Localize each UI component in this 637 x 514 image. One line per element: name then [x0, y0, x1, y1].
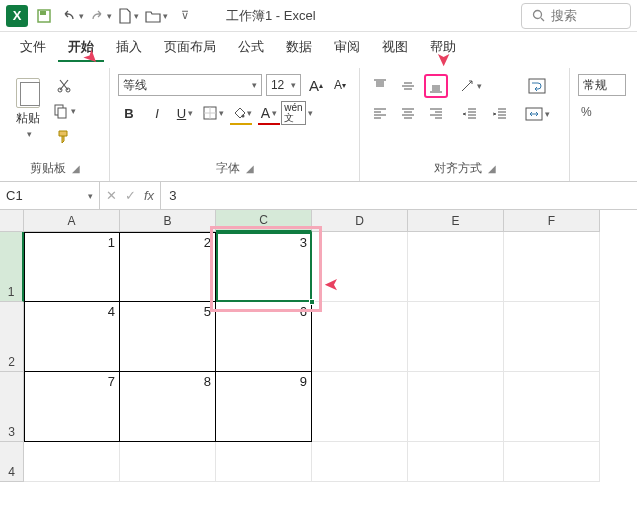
- alignment-launcher[interactable]: ◢: [488, 163, 496, 174]
- col-header-E[interactable]: E: [408, 210, 504, 232]
- row-header-4[interactable]: 4: [0, 442, 24, 482]
- cell-C2[interactable]: 6: [216, 302, 312, 372]
- row-header-2[interactable]: 2: [0, 302, 24, 372]
- cell-E1[interactable]: [408, 232, 504, 302]
- format-painter-button[interactable]: [52, 126, 76, 148]
- undo-button[interactable]: ▾: [60, 4, 84, 28]
- align-center-button[interactable]: [396, 102, 420, 126]
- new-file-button[interactable]: ▾: [116, 4, 140, 28]
- decrease-font-button[interactable]: A▾: [329, 74, 351, 96]
- group-clipboard: 粘贴 ▾ ▾ 剪贴板◢: [0, 68, 110, 181]
- align-middle-button[interactable]: [396, 74, 420, 98]
- cell-E4[interactable]: [408, 442, 504, 482]
- cell-F4[interactable]: [504, 442, 600, 482]
- cell-D2[interactable]: [312, 302, 408, 372]
- redo-button[interactable]: ▾: [88, 4, 112, 28]
- tab-page-layout[interactable]: 页面布局: [154, 32, 226, 62]
- decrease-indent-button[interactable]: [458, 102, 482, 126]
- tab-file[interactable]: 文件: [10, 32, 56, 62]
- accounting-format-button[interactable]: %: [578, 100, 602, 124]
- title-bar: X ▾ ▾ ▾ ▾ ⊽ 工作簿1 - Excel 搜索: [0, 0, 637, 32]
- cell-B1[interactable]: 2: [120, 232, 216, 302]
- align-bottom-button[interactable]: [424, 74, 448, 98]
- borders-button[interactable]: ▾: [202, 102, 224, 124]
- fill-handle[interactable]: [309, 299, 315, 305]
- number-format-combo[interactable]: 常规: [578, 74, 626, 96]
- phonetic-guide-button[interactable]: wén文▾: [286, 102, 308, 124]
- tab-review[interactable]: 审阅: [324, 32, 370, 62]
- cell-A1[interactable]: 1: [24, 232, 120, 302]
- cancel-formula-button[interactable]: ✕: [106, 188, 117, 203]
- orientation-button[interactable]: ▾: [458, 74, 482, 98]
- cell-C3[interactable]: 9: [216, 372, 312, 442]
- enter-formula-button[interactable]: ✓: [125, 188, 136, 203]
- col-header-C[interactable]: C: [216, 210, 312, 232]
- cell-F2[interactable]: [504, 302, 600, 372]
- cell-A4[interactable]: [24, 442, 120, 482]
- row-header-1[interactable]: 1: [0, 232, 24, 302]
- row-header-3[interactable]: 3: [0, 372, 24, 442]
- cell-F1[interactable]: [504, 232, 600, 302]
- tab-formulas[interactable]: 公式: [228, 32, 274, 62]
- cell-D3[interactable]: [312, 372, 408, 442]
- wrap-text-button[interactable]: [524, 74, 550, 98]
- annotation-arrow-align: ➤: [433, 52, 455, 67]
- cell-B2[interactable]: 5: [120, 302, 216, 372]
- underline-button[interactable]: U▾: [174, 102, 196, 124]
- save-button[interactable]: [32, 4, 56, 28]
- ribbon-tabs: 文件 开始 插入 页面布局 公式 数据 审阅 视图 帮助 ➤: [0, 32, 637, 62]
- cell-E3[interactable]: [408, 372, 504, 442]
- cut-button[interactable]: [52, 74, 76, 96]
- bold-button[interactable]: B: [118, 102, 140, 124]
- font-name-combo[interactable]: 等线▾: [118, 74, 262, 96]
- align-left-button[interactable]: [368, 102, 392, 126]
- clipboard-launcher[interactable]: ◢: [72, 163, 80, 174]
- col-header-A[interactable]: A: [24, 210, 120, 232]
- cell-D4[interactable]: [312, 442, 408, 482]
- cell-E2[interactable]: [408, 302, 504, 372]
- font-size-combo[interactable]: 12▾: [266, 74, 301, 96]
- cell-C4[interactable]: [216, 442, 312, 482]
- cell-A2[interactable]: 4: [24, 302, 120, 372]
- font-color-button[interactable]: A▾: [258, 103, 280, 125]
- brush-icon: [56, 129, 72, 145]
- scissors-icon: [56, 77, 72, 93]
- svg-point-8: [241, 115, 244, 118]
- tab-insert[interactable]: 插入: [106, 32, 152, 62]
- font-launcher[interactable]: ◢: [246, 163, 254, 174]
- group-font: 等线▾ 12▾ A▴ A▾ B I U▾ ▾ ▾ A▾ wén文▾: [110, 68, 360, 181]
- col-header-D[interactable]: D: [312, 210, 408, 232]
- cell-B4[interactable]: [120, 442, 216, 482]
- fx-icon[interactable]: fx: [144, 188, 154, 203]
- clipboard-group-label: 剪贴板: [30, 160, 66, 177]
- col-header-F[interactable]: F: [504, 210, 600, 232]
- paste-button[interactable]: 粘贴 ▾: [8, 74, 48, 139]
- spreadsheet-grid: A B C D E F 1 2 3 4 1 2 3 4 5 6: [0, 210, 637, 482]
- col-header-B[interactable]: B: [120, 210, 216, 232]
- svg-text:%: %: [581, 105, 592, 119]
- cell-A3[interactable]: 7: [24, 372, 120, 442]
- open-button[interactable]: ▾: [144, 4, 168, 28]
- cell-F3[interactable]: [504, 372, 600, 442]
- copy-icon: [53, 103, 69, 119]
- align-top-button[interactable]: [368, 74, 392, 98]
- tab-data[interactable]: 数据: [276, 32, 322, 62]
- alignment-group-label: 对齐方式: [434, 160, 482, 177]
- tab-view[interactable]: 视图: [372, 32, 418, 62]
- align-right-button[interactable]: [424, 102, 448, 126]
- name-box[interactable]: C1▾: [0, 182, 100, 209]
- select-all-corner[interactable]: [0, 210, 24, 232]
- qat-customize-button[interactable]: ⊽: [172, 4, 196, 28]
- increase-font-button[interactable]: A▴: [305, 74, 327, 96]
- copy-button[interactable]: ▾: [52, 100, 76, 122]
- increase-indent-button[interactable]: [488, 102, 512, 126]
- cell-B3[interactable]: 8: [120, 372, 216, 442]
- search-box[interactable]: 搜索: [521, 3, 631, 29]
- merge-cells-button[interactable]: ▾: [524, 102, 550, 126]
- search-icon: [532, 9, 545, 22]
- formula-input[interactable]: 3: [161, 182, 637, 209]
- fill-color-button[interactable]: ▾: [230, 103, 252, 125]
- cell-C1[interactable]: 3: [216, 232, 312, 302]
- svg-rect-6: [58, 108, 66, 118]
- italic-button[interactable]: I: [146, 102, 168, 124]
